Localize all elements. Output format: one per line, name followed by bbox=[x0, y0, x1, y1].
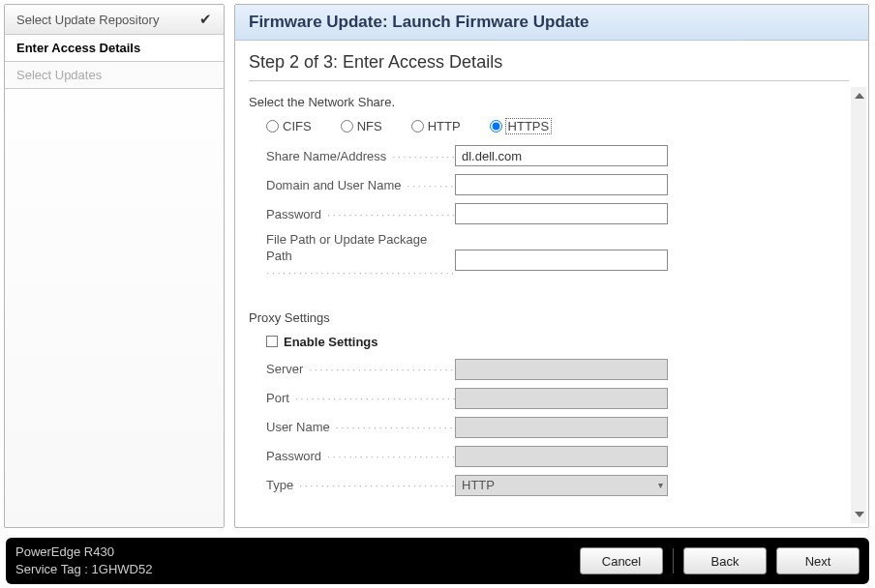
radio-nfs-input[interactable] bbox=[341, 120, 353, 132]
radio-nfs-label: NFS bbox=[357, 119, 382, 133]
radio-http-label: HTTP bbox=[428, 119, 461, 133]
radio-cifs-input[interactable] bbox=[266, 120, 279, 132]
input-domain-user[interactable] bbox=[455, 174, 668, 195]
footer-bar: PowerEdge R430 Service Tag : 1GHWD52 Can… bbox=[6, 538, 869, 584]
radio-https-label: HTTPS bbox=[506, 119, 552, 133]
label-password: Password bbox=[266, 207, 455, 221]
row-proxy-password: Password bbox=[249, 446, 849, 467]
input-proxy-server bbox=[455, 359, 668, 380]
radio-cifs-label: CIFS bbox=[283, 119, 312, 133]
footer-model: PowerEdge R430 bbox=[15, 544, 152, 561]
sidebar-step-label: Select Updates bbox=[16, 68, 102, 82]
input-proxy-user bbox=[455, 417, 668, 438]
row-enable-proxy[interactable]: Enable Settings bbox=[249, 335, 849, 349]
label-domain-user: Domain and User Name bbox=[266, 178, 455, 192]
input-share-address[interactable] bbox=[455, 145, 668, 166]
divider bbox=[673, 548, 674, 573]
input-proxy-port bbox=[455, 388, 668, 409]
radio-https[interactable]: HTTPS bbox=[490, 119, 552, 133]
back-button[interactable]: Back bbox=[683, 547, 767, 574]
row-domain-user: Domain and User Name bbox=[249, 174, 849, 195]
step-heading: Step 2 of 3: Enter Access Details bbox=[249, 52, 849, 81]
label-proxy-port: Port bbox=[266, 391, 455, 405]
sidebar-step-label: Select Update Repository bbox=[16, 13, 159, 27]
share-protocol-radios: CIFS NFS HTTP HTTPS bbox=[249, 119, 849, 133]
row-share-address: Share Name/Address bbox=[249, 145, 849, 166]
radio-https-input[interactable] bbox=[490, 120, 502, 132]
footer-service-tag: Service Tag : 1GHWD52 bbox=[15, 561, 152, 578]
input-file-path[interactable] bbox=[455, 250, 668, 271]
proxy-heading: Proxy Settings bbox=[249, 310, 849, 325]
cancel-button[interactable]: Cancel bbox=[580, 547, 663, 574]
row-proxy-server: Server bbox=[249, 359, 849, 380]
row-password: Password bbox=[249, 203, 849, 224]
page-title: Firmware Update: Launch Firmware Update bbox=[235, 5, 868, 41]
sidebar-step-label: Enter Access Details bbox=[16, 41, 140, 55]
label-enable-proxy: Enable Settings bbox=[284, 335, 378, 349]
footer-buttons: Cancel Back Next bbox=[580, 547, 860, 574]
row-proxy-type: Type HTTP ▾ bbox=[249, 475, 849, 496]
label-proxy-password: Password bbox=[266, 449, 455, 463]
row-proxy-user: User Name bbox=[249, 417, 849, 438]
input-password[interactable] bbox=[455, 203, 668, 224]
select-proxy-type: HTTP ▾ bbox=[455, 475, 668, 496]
sidebar-step-select-updates: Select Updates bbox=[5, 62, 224, 89]
checkmark-icon: ✔ bbox=[199, 11, 212, 28]
next-button[interactable]: Next bbox=[776, 547, 860, 574]
radio-http[interactable]: HTTP bbox=[411, 119, 461, 133]
label-proxy-server: Server bbox=[266, 362, 455, 376]
sidebar-step-enter-access[interactable]: Enter Access Details bbox=[5, 35, 224, 62]
content-panel: Firmware Update: Launch Firmware Update … bbox=[234, 4, 869, 528]
scroll-up-icon[interactable] bbox=[855, 93, 864, 99]
label-share-address: Share Name/Address bbox=[266, 149, 455, 163]
radio-nfs[interactable]: NFS bbox=[341, 119, 382, 133]
radio-cifs[interactable]: CIFS bbox=[266, 119, 312, 133]
row-proxy-port: Port bbox=[249, 388, 849, 409]
label-proxy-type: Type bbox=[266, 478, 455, 492]
footer-info: PowerEdge R430 Service Tag : 1GHWD52 bbox=[15, 544, 152, 577]
wizard-steps-sidebar: Select Update Repository ✔ Enter Access … bbox=[4, 4, 225, 528]
label-proxy-user: User Name bbox=[266, 420, 455, 434]
input-proxy-password bbox=[455, 446, 668, 467]
scrollbar[interactable] bbox=[851, 87, 866, 523]
row-file-path: File Path or Update Package Path ·······… bbox=[249, 232, 849, 281]
checkbox-enable-proxy[interactable] bbox=[266, 336, 278, 347]
chevron-down-icon: ▾ bbox=[658, 480, 663, 490]
sidebar-step-select-repository[interactable]: Select Update Repository ✔ bbox=[5, 5, 224, 35]
radio-http-input[interactable] bbox=[411, 120, 424, 132]
label-file-path: File Path or Update Package Path ·······… bbox=[266, 232, 455, 281]
select-proxy-type-value: HTTP bbox=[462, 478, 495, 492]
scroll-down-icon[interactable] bbox=[855, 512, 864, 517]
network-share-prompt: Select the Network Share. bbox=[249, 95, 849, 109]
